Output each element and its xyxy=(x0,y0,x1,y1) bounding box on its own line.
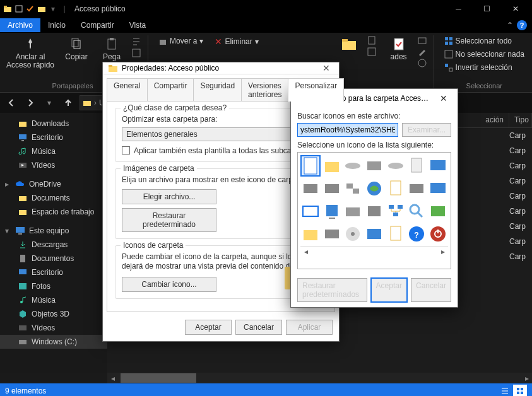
scroll-thumb[interactable] xyxy=(121,373,196,383)
history-icon[interactable] xyxy=(417,58,427,68)
path-icon[interactable] xyxy=(131,37,141,47)
icon-hscrollbar[interactable]: ◂▸ xyxy=(300,246,448,257)
icon-option[interactable] xyxy=(386,201,406,222)
sidebar-item-objetos3d[interactable]: Objetos 3D xyxy=(0,307,107,321)
icon-option[interactable] xyxy=(407,155,427,177)
check-icon[interactable] xyxy=(25,4,35,14)
sidebar-item-espacio[interactable]: Espacio de trabajo xyxy=(0,205,107,219)
sidebar-item-musica2[interactable]: Música xyxy=(0,293,107,307)
tab-general[interactable]: General xyxy=(107,78,148,102)
copy-button[interactable]: Copiar xyxy=(61,35,92,62)
collapse-ribbon-icon[interactable]: ⌃ xyxy=(507,21,513,30)
sidebar-item-videos[interactable]: Vídeos xyxy=(0,158,107,172)
hscrollbar[interactable]: ◂ ▸ xyxy=(107,373,532,383)
close-button[interactable]: ✕ xyxy=(319,63,334,73)
icon-option[interactable] xyxy=(386,178,406,199)
icon-option[interactable] xyxy=(300,155,321,177)
icon-option[interactable] xyxy=(322,201,342,222)
icon-option[interactable] xyxy=(428,201,448,222)
icon-option[interactable] xyxy=(364,155,384,177)
new-folder-button[interactable] xyxy=(333,35,364,53)
icon-option[interactable] xyxy=(428,223,448,245)
tab-personalizar[interactable]: Personalizar xyxy=(288,78,344,102)
icon-option[interactable]: ? xyxy=(407,223,427,245)
maximize-button[interactable]: ☐ xyxy=(473,0,501,18)
minimize-button[interactable]: ─ xyxy=(444,0,473,18)
tab-inicio[interactable]: Inicio xyxy=(40,18,73,32)
sidebar-item-documentos[interactable]: Documentos xyxy=(0,252,107,265)
icon-option[interactable] xyxy=(386,155,406,177)
help-icon[interactable]: ? xyxy=(517,20,527,30)
save-icon[interactable] xyxy=(14,4,24,14)
icon-path-input[interactable] xyxy=(297,123,398,137)
new-item-icon[interactable] xyxy=(367,35,377,45)
cancel-button[interactable]: Cancelar xyxy=(235,320,282,335)
apply-button[interactable]: Aplicar xyxy=(286,320,333,335)
back-button[interactable] xyxy=(4,95,19,110)
forward-button[interactable] xyxy=(23,95,38,110)
icon-option[interactable] xyxy=(322,223,342,245)
icon-option[interactable] xyxy=(343,223,363,245)
cancel-button[interactable]: Cancelar xyxy=(411,278,451,302)
icon-option[interactable] xyxy=(322,155,342,177)
restore-default-button[interactable]: Restaurar predeterminado xyxy=(122,208,216,232)
tab-vista[interactable]: Vista xyxy=(122,18,153,32)
view-icons-icon[interactable] xyxy=(513,385,527,396)
sidebar-item-documents[interactable]: Documents xyxy=(0,191,107,205)
sidebar-item-descargas[interactable]: Descargas xyxy=(0,238,107,252)
icon-option[interactable] xyxy=(343,155,363,177)
close-button[interactable]: ✕ xyxy=(431,89,456,108)
ok-button[interactable]: Aceptar xyxy=(371,278,407,302)
icon-option[interactable] xyxy=(364,223,384,245)
browse-button[interactable]: Examinar... xyxy=(402,123,451,137)
choose-file-button[interactable]: Elegir archivo... xyxy=(122,189,216,204)
properties-button[interactable]: ades xyxy=(383,35,415,62)
sidebar-item-escritorio2[interactable]: Escritorio xyxy=(0,265,107,279)
shortcut-icon[interactable] xyxy=(131,48,141,58)
recent-button[interactable]: ▾ xyxy=(42,95,57,110)
icon-option[interactable] xyxy=(407,178,427,199)
icon-option[interactable] xyxy=(364,201,384,222)
col-tipo[interactable]: Tipo xyxy=(509,113,532,127)
select-all-button[interactable]: Seleccionar todo xyxy=(440,35,528,47)
icon-option[interactable] xyxy=(300,201,321,222)
icon-option[interactable] xyxy=(322,178,342,199)
icon-option[interactable] xyxy=(300,178,321,199)
view-details-icon[interactable] xyxy=(498,385,512,396)
icon-option[interactable] xyxy=(428,155,448,177)
open-icon[interactable] xyxy=(417,35,427,45)
select-none-button[interactable]: No seleccionar nada xyxy=(440,49,528,60)
sidebar-item-onedrive[interactable]: ▸OneDrive xyxy=(0,177,107,191)
icon-option[interactable] xyxy=(407,201,427,222)
icon-option[interactable] xyxy=(364,178,384,199)
sidebar-item-windows-c[interactable]: Windows (C:) xyxy=(0,335,107,349)
icon-option[interactable] xyxy=(300,223,321,245)
icon-option[interactable] xyxy=(343,201,363,222)
up-button[interactable] xyxy=(61,95,76,110)
tab-versiones[interactable]: Versiones anteriores xyxy=(241,78,288,102)
tab-seguridad[interactable]: Seguridad xyxy=(193,78,242,102)
scroll-left-icon[interactable]: ◂ xyxy=(300,247,311,256)
easy-access-icon[interactable] xyxy=(367,47,377,57)
icon-option[interactable] xyxy=(343,178,363,199)
move-to-button[interactable]: Mover a ▾ xyxy=(155,35,207,47)
delete-button[interactable]: ✕ Eliminar ▾ xyxy=(211,35,262,48)
sidebar-item-musica[interactable]: Música xyxy=(0,144,107,158)
restore-defaults-button[interactable]: Restaurar predeterminados xyxy=(297,278,367,302)
sidebar-item-fotos[interactable]: Fotos xyxy=(0,279,107,293)
sidebar-item-downloads[interactable]: Downloads xyxy=(0,117,107,131)
sidebar-item-thispc[interactable]: ▾Este equipo xyxy=(0,224,107,238)
pin-button[interactable]: Anclar al Acceso rápido xyxy=(4,35,57,71)
tab-compartir[interactable]: Compartir xyxy=(73,18,122,32)
invert-selection-button[interactable]: Invertir selección xyxy=(440,62,528,73)
edit-icon[interactable] xyxy=(417,47,427,57)
sidebar-item-videos2[interactable]: Vídeos xyxy=(0,321,107,335)
tab-archivo[interactable]: Archivo xyxy=(0,18,40,32)
chevron-down-icon[interactable]: ▾ xyxy=(48,4,58,14)
scroll-right-icon[interactable]: ▸ xyxy=(437,247,448,256)
scroll-right-icon[interactable]: ▸ xyxy=(521,373,532,383)
sidebar-item-escritorio[interactable]: Escritorio xyxy=(0,131,107,144)
icon-option[interactable] xyxy=(428,178,448,199)
paste-button[interactable]: Pega xyxy=(96,35,127,62)
scroll-left-icon[interactable]: ◂ xyxy=(107,374,118,383)
